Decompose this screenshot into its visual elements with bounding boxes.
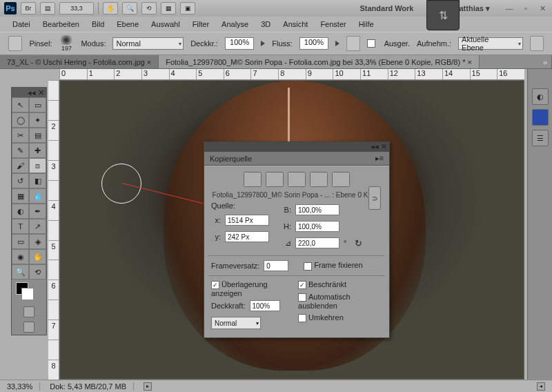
autohide-checkbox[interactable] bbox=[298, 293, 306, 302]
lock-frame-checkbox[interactable] bbox=[304, 262, 312, 271]
x-field[interactable] bbox=[225, 215, 269, 226]
blend-dropdown[interactable]: Normal bbox=[211, 317, 261, 329]
floating-panel-tab[interactable]: ⇅ bbox=[426, 0, 460, 30]
screen-mode-icon[interactable]: ▣ bbox=[180, 2, 195, 14]
airbrush-icon[interactable] bbox=[346, 36, 360, 51]
menu-bild[interactable]: Bild bbox=[92, 20, 104, 28]
history-icon[interactable]: ▤ bbox=[40, 2, 55, 14]
menu-fenster[interactable]: Fenster bbox=[320, 20, 346, 28]
background-swatch[interactable] bbox=[21, 288, 34, 300]
path-tool[interactable]: ↗ bbox=[29, 219, 46, 234]
move-tool[interactable]: ↖ bbox=[12, 97, 29, 112]
overlay-checkbox[interactable] bbox=[211, 281, 219, 289]
maximize-icon[interactable]: ▫ bbox=[520, 4, 531, 12]
heal-tool[interactable]: ✚ bbox=[29, 143, 46, 158]
history-brush-tool[interactable]: ↺ bbox=[12, 173, 29, 188]
menu-hilfe[interactable]: Hilfe bbox=[359, 20, 374, 28]
h-field[interactable] bbox=[295, 221, 339, 232]
tab-overflow[interactable]: » bbox=[480, 55, 552, 68]
ignore-adj-icon[interactable] bbox=[530, 36, 544, 51]
clone-stamp-tool[interactable]: ⧈ bbox=[29, 158, 46, 173]
status-doc[interactable]: Dok: 5,43 MB/20,7 MB bbox=[50, 382, 134, 391]
opacity-field[interactable]: 100% bbox=[225, 37, 254, 50]
source-5-icon[interactable] bbox=[332, 172, 350, 187]
panel-menu-icon[interactable]: ▸≡ bbox=[375, 154, 384, 163]
type-tool[interactable]: T bbox=[12, 219, 29, 234]
close-icon[interactable]: ✕ bbox=[537, 4, 548, 12]
user-menu[interactable]: atthias ▾ bbox=[459, 4, 490, 13]
angle-field[interactable] bbox=[295, 237, 339, 248]
zoom-icon[interactable]: 🔍 bbox=[122, 2, 137, 14]
panel-swatch-icon[interactable] bbox=[532, 109, 549, 126]
brush-preview-icon[interactable] bbox=[59, 35, 74, 45]
tab-doc1[interactable]: 73_XL - © Uschi Hering - Fotolia.com.jpg… bbox=[0, 55, 159, 68]
menu-auswahl[interactable]: Auswahl bbox=[151, 20, 180, 28]
menu-analyse[interactable]: Analyse bbox=[221, 20, 248, 28]
mode-dropdown[interactable]: Normal bbox=[112, 37, 184, 50]
zoom-combo[interactable]: 33,3 bbox=[59, 2, 94, 14]
blur-tool[interactable]: 💧 bbox=[29, 188, 46, 204]
tab-doc2[interactable]: Fotolia_12997800_M© Sorin Popa - Fotolia… bbox=[159, 55, 480, 68]
zoom-tool[interactable]: 🔍 bbox=[12, 264, 29, 280]
frame-field[interactable] bbox=[264, 260, 288, 271]
invert-checkbox[interactable] bbox=[298, 314, 306, 322]
panel-title[interactable]: Kopierquelle bbox=[210, 155, 252, 163]
minimize-icon[interactable]: — bbox=[504, 4, 515, 12]
hand-tool[interactable]: ✋ bbox=[29, 249, 46, 264]
menu-3d[interactable]: 3D bbox=[261, 20, 270, 28]
status-zoom[interactable]: 33,33% bbox=[7, 382, 40, 391]
arrange-icon[interactable]: ▦ bbox=[161, 2, 176, 14]
clipped-checkbox[interactable] bbox=[298, 281, 306, 289]
lasso-tool[interactable]: ◯ bbox=[12, 112, 29, 128]
source-1-icon[interactable] bbox=[244, 172, 262, 187]
menu-ebene[interactable]: Ebene bbox=[117, 20, 139, 28]
lock-ratio-icon[interactable]: ⊃ bbox=[368, 186, 381, 210]
workspace-label[interactable]: Standard Work bbox=[359, 4, 413, 12]
quickmask-icon[interactable] bbox=[23, 306, 34, 317]
rotate-icon[interactable]: ⟲ bbox=[141, 2, 157, 14]
hand-icon[interactable]: ✋ bbox=[103, 2, 118, 14]
y-field[interactable] bbox=[225, 231, 269, 242]
rotate-tool[interactable]: ⟲ bbox=[29, 264, 46, 280]
scroll-left-icon[interactable]: ◂ bbox=[537, 382, 545, 391]
w-field[interactable] bbox=[295, 204, 339, 215]
tool-preset-icon[interactable] bbox=[8, 36, 22, 51]
slice-tool[interactable]: ▤ bbox=[29, 128, 46, 143]
pen-tool[interactable]: ✒ bbox=[29, 204, 46, 219]
opacity-flyout-icon[interactable] bbox=[261, 41, 265, 46]
sample-dropdown[interactable]: Aktuelle Ebene bbox=[458, 37, 523, 50]
panel-color-icon[interactable]: ◐ bbox=[532, 88, 549, 105]
flow-flyout-icon[interactable] bbox=[335, 41, 339, 46]
source-3-icon[interactable] bbox=[288, 172, 306, 187]
source-4-icon[interactable] bbox=[310, 172, 328, 187]
panel-close-icon[interactable]: ✕ bbox=[381, 142, 387, 152]
panel-collapse-icon[interactable]: ◂◂ bbox=[371, 142, 379, 152]
menu-ansicht[interactable]: Ansicht bbox=[283, 20, 308, 28]
close-panel-icon[interactable]: ✕ bbox=[38, 88, 44, 97]
collapse-icon[interactable]: ◂◂ bbox=[28, 88, 36, 97]
bridge-icon[interactable]: Br bbox=[21, 2, 36, 14]
menu-bearbeiten[interactable]: Bearbeiten bbox=[43, 20, 79, 28]
3d-tool[interactable]: ◈ bbox=[29, 234, 46, 249]
panel-styles-icon[interactable]: ☰ bbox=[532, 130, 549, 146]
eraser-tool[interactable]: ◧ bbox=[29, 173, 46, 188]
status-flyout-icon[interactable]: ▸ bbox=[144, 382, 152, 391]
crop-tool[interactable]: ✂ bbox=[12, 128, 29, 143]
source-2-icon[interactable] bbox=[266, 172, 284, 187]
brush-tool[interactable]: 🖌 bbox=[12, 158, 29, 173]
p-opacity-field[interactable] bbox=[250, 300, 280, 311]
reset-icon[interactable]: ↻ bbox=[355, 238, 362, 248]
menu-filter[interactable]: Filter bbox=[193, 20, 209, 28]
gradient-tool[interactable]: ▦ bbox=[12, 188, 29, 204]
eyedropper-tool[interactable]: ✎ bbox=[12, 143, 29, 158]
3d-camera-tool[interactable]: ◉ bbox=[12, 249, 29, 264]
shape-tool[interactable]: ▭ bbox=[12, 234, 29, 249]
wand-tool[interactable]: ✦ bbox=[29, 112, 46, 128]
color-swatches[interactable] bbox=[12, 280, 46, 304]
menu-datei[interactable]: Datei bbox=[12, 20, 30, 28]
flow-field[interactable]: 100% bbox=[299, 37, 328, 50]
screenmode-tool-icon[interactable] bbox=[23, 322, 34, 333]
aligned-checkbox[interactable] bbox=[367, 39, 375, 48]
dodge-tool[interactable]: ◐ bbox=[12, 204, 29, 219]
marquee-tool[interactable]: ▭ bbox=[29, 97, 46, 112]
